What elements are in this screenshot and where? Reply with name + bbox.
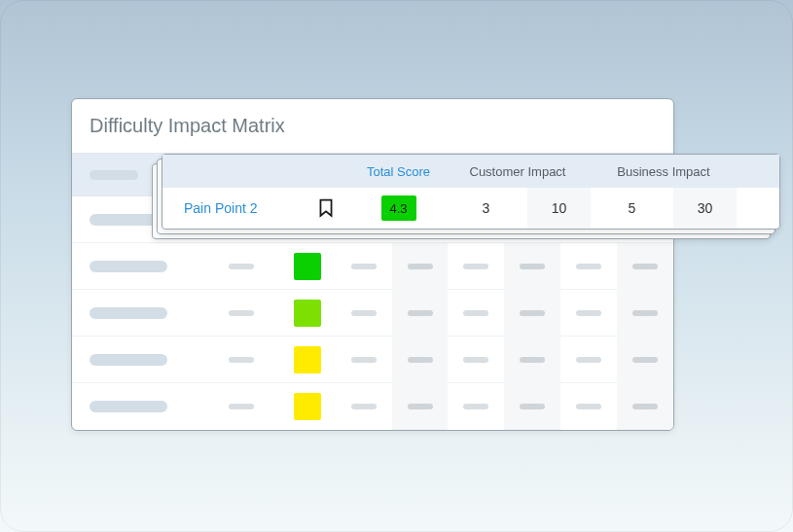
highlighted-row-card-stack: Total Score Customer Impact Business Imp…: [152, 154, 779, 241]
pain-point-link[interactable]: Pain Point 2: [162, 200, 299, 216]
row-name-placeholder: [90, 401, 167, 412]
cell-placeholder: [520, 357, 545, 363]
score-chip: [294, 300, 321, 327]
customer-impact-value: 3: [445, 200, 527, 216]
panel-title: Difficulty Impact Matrix: [90, 115, 285, 137]
cell-placeholder: [408, 357, 433, 363]
cell-placeholder: [463, 404, 488, 409]
total-score-badge: 4.3: [381, 195, 416, 221]
row-name-placeholder: [90, 261, 167, 272]
cell-placeholder: [408, 264, 433, 269]
cell-placeholder: [576, 404, 601, 409]
row-name-placeholder: [90, 354, 167, 366]
cell-placeholder: [632, 404, 658, 409]
cell-placeholder: [520, 310, 545, 316]
table-row: [72, 243, 673, 290]
highlighted-row-header: Total Score Customer Impact Business Imp…: [162, 155, 779, 188]
cell-placeholder: [576, 264, 601, 269]
highlighted-row-body: Pain Point 2 4.3 3 10 5 30: [162, 188, 779, 229]
cell-placeholder: [576, 310, 601, 316]
cell-placeholder: [632, 357, 658, 363]
cell-placeholder: [351, 357, 377, 363]
column-customer-impact[interactable]: Customer Impact: [445, 164, 591, 179]
cell-placeholder: [351, 264, 377, 269]
score-chip: [294, 253, 321, 280]
highlighted-row-card[interactable]: Total Score Customer Impact Business Imp…: [162, 154, 780, 230]
cell-placeholder: [351, 404, 377, 409]
business-impact-value: 5: [591, 200, 673, 216]
row-name-placeholder: [90, 307, 167, 319]
cell-placeholder: [576, 357, 601, 363]
cell-placeholder: [463, 357, 488, 363]
difficulty-impact-matrix-panel: Difficulty Impact Matrix: [71, 98, 674, 431]
cell-placeholder: [229, 264, 254, 269]
cell-placeholder: [463, 310, 488, 316]
cell-placeholder: [351, 310, 377, 316]
column-header-placeholder: [90, 170, 138, 180]
cell-placeholder: [463, 264, 488, 269]
score-chip: [294, 393, 321, 420]
bookmark-icon[interactable]: [299, 198, 352, 218]
customer-impact-weight: 10: [527, 188, 591, 229]
cell-placeholder: [632, 264, 658, 269]
column-business-impact[interactable]: Business Impact: [591, 164, 737, 179]
cell-placeholder: [229, 404, 254, 409]
business-impact-weight: 30: [673, 188, 737, 229]
panel-header: Difficulty Impact Matrix: [72, 99, 673, 154]
cell-placeholder: [408, 310, 433, 316]
column-total-score[interactable]: Total Score: [352, 164, 445, 179]
cell-placeholder: [632, 310, 658, 316]
table-row: [72, 383, 673, 430]
cell-placeholder: [408, 404, 433, 409]
cell-placeholder: [520, 264, 545, 269]
table-row: [72, 337, 673, 383]
score-chip: [294, 346, 321, 373]
cell-placeholder: [229, 310, 254, 316]
cell-placeholder: [520, 404, 545, 409]
cell-placeholder: [229, 357, 254, 363]
table-row: [72, 290, 673, 337]
